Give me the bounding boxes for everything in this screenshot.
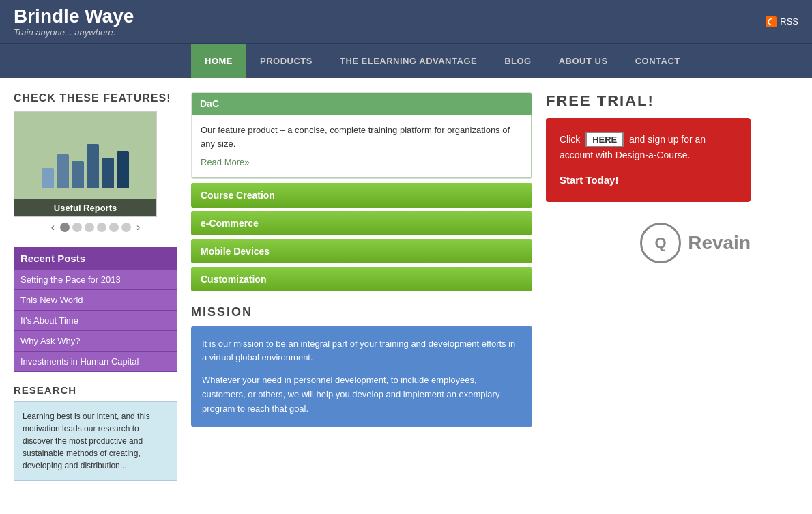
rss-icon [766,16,777,27]
slide-dot-4[interactable] [97,223,106,232]
revain-area: Q Revain [546,223,751,263]
nav-about[interactable]: ABOUT US [545,44,622,78]
free-trial-text: Click HERE and sign up for an account wi… [560,132,737,162]
dac-card: DaC Our feature product – a concise, com… [191,92,532,179]
here-button[interactable]: HERE [585,132,624,147]
revain-logo-icon: Q [640,223,681,263]
post-item-4[interactable]: Why Ask Why? [14,331,177,352]
prev-slide-button[interactable]: ‹ [48,221,57,233]
research-text: Learning best is our intent, and this mo… [23,412,150,470]
revain-text: Revain [688,232,751,254]
slide-dot-5[interactable] [109,223,119,232]
slide-dot-1[interactable] [60,223,70,232]
center-column: DaC Our feature product – a concise, com… [191,92,532,481]
post-item-3[interactable]: It's About Time [14,311,177,331]
customization-button[interactable]: Customization [191,267,532,291]
slide-caption: Useful Reports [14,199,156,216]
slideshow-container: Useful Reports [14,111,157,217]
brand-tagline: Train anyone... anywhere. [14,27,134,38]
mission-box: It is our mission to be an integral part… [191,326,532,427]
header-top: Brindle Waye Train anyone... anywhere. R… [0,0,812,43]
mobile-devices-button[interactable]: Mobile Devices [191,239,532,263]
nav-products[interactable]: PRODUCTS [246,44,326,78]
start-today-label: Start Today! [560,172,737,188]
free-trial-post: and sign up for an account with Design-a… [560,134,706,160]
nav-contact[interactable]: CONTACT [622,44,694,78]
check-features-title: CHECK THESE FEATURES! [14,92,177,104]
next-slide-button[interactable]: › [134,221,143,233]
mission-text-2: Whatever your need in personnel developm… [202,373,521,416]
chart-bar-6 [117,151,129,188]
slide-dot-6[interactable] [121,223,131,232]
revain-icon: Q [655,234,667,252]
right-column: FREE TRIAL! Click HERE and sign up for a… [546,92,751,481]
slide-dot-2[interactable] [72,223,82,232]
brand-title: Brindle Waye [14,5,134,27]
chart-area [35,141,136,188]
ecommerce-button[interactable]: e-Commerce [191,211,532,235]
nav-bar: HOME PRODUCTS THE ELEARNING ADVANTAGE BL… [0,43,812,78]
read-more-link[interactable]: Read More» [201,156,523,169]
mission-title: MISSION [191,305,532,319]
chart-bar-3 [72,161,84,188]
nav-elearning[interactable]: THE ELEARNING ADVANTAGE [326,44,491,78]
research-box: Learning best is our intent, and this mo… [14,401,177,481]
rss-link[interactable]: RSS [766,16,798,27]
left-column: CHECK THESE FEATURES! Useful Reports [14,92,177,481]
dac-body: Our feature product – a concise, complet… [192,115,532,178]
chart-bar-5 [102,158,114,188]
dac-header: DaC [192,93,532,115]
rss-label: RSS [780,16,798,27]
research-title: RESEARCH [14,384,177,396]
post-item-2[interactable]: This New World [14,290,177,311]
chart-bar-2 [57,154,69,188]
post-item-5[interactable]: Investments in Human Capital [14,352,177,372]
recent-posts-title: Recent Posts [14,247,177,270]
slide-dot-3[interactable] [85,223,94,232]
free-trial-pre: Click [560,134,580,145]
nav-home[interactable]: HOME [191,44,246,78]
post-item-1[interactable]: Setting the Pace for 2013 [14,270,177,290]
chart-bar-4 [87,144,99,188]
dac-description: Our feature product – a concise, complet… [201,125,510,149]
brand-area: Brindle Waye Train anyone... anywhere. [14,5,134,38]
slide-nav: ‹ › [14,221,177,233]
free-trial-box: Click HERE and sign up for an account wi… [546,118,751,202]
free-trial-title: FREE TRIAL! [546,92,751,110]
main-content: CHECK THESE FEATURES! Useful Reports [0,78,812,494]
nav-blog[interactable]: BLOG [491,44,545,78]
course-creation-button[interactable]: Course Creation [191,183,532,208]
chart-bar-1 [42,168,54,188]
mission-text-1: It is our mission to be an integral part… [202,337,521,366]
